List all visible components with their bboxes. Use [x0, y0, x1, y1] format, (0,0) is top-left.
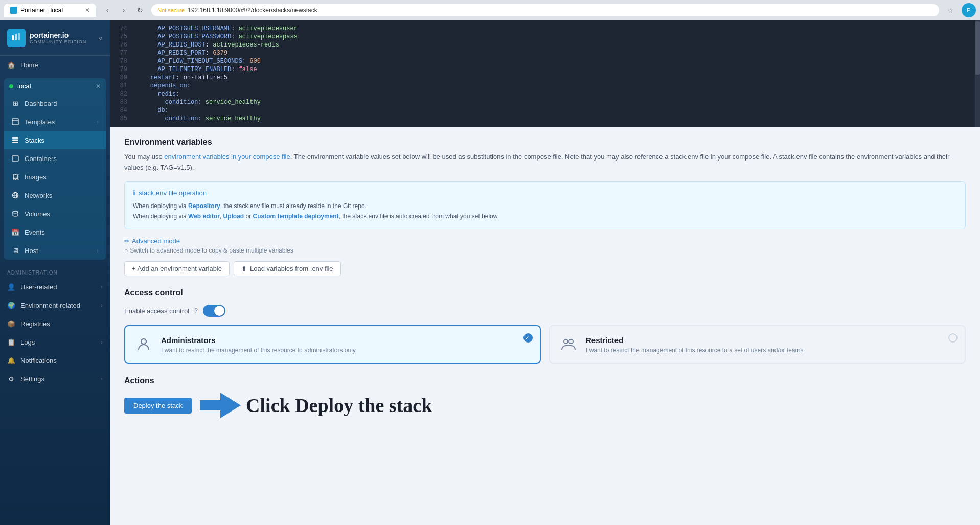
deploy-stack-button[interactable]: Deploy the stack	[124, 398, 192, 414]
svg-point-15	[141, 339, 146, 344]
code-line-81: 81 depends_on:	[110, 82, 980, 90]
not-secure-indicator: Not secure	[157, 7, 185, 13]
logo-edition: COMMUNITY EDITION	[30, 39, 86, 44]
sidebar-item-stacks[interactable]: Stacks	[4, 131, 106, 149]
sidebar-item-dashboard[interactable]: ⊞ Dashboard	[4, 94, 106, 112]
logo-name: portainer.io	[30, 31, 86, 39]
administration-label: Administration	[0, 264, 110, 278]
sidebar-item-notifications[interactable]: 🔔 Notifications	[0, 351, 110, 370]
toggle-knob	[214, 306, 224, 316]
restricted-card-info: Restricted I want to restrict the manage…	[586, 336, 956, 354]
info-box-title: ℹ stack.env file operation	[133, 189, 957, 197]
env-close-button[interactable]: ✕	[96, 83, 101, 90]
settings-icon: ⚙	[7, 375, 15, 383]
deploy-area: Deploy the stack Click Deploy the stack	[124, 393, 966, 418]
main-content: 74 AP_POSTGRES_USERNAME: activepiecesuse…	[110, 20, 980, 525]
administrators-card[interactable]: Administrators I want to restrict the ma…	[124, 325, 541, 364]
sidebar-item-images[interactable]: 🖼 Images	[4, 168, 106, 186]
stacks-icon	[11, 136, 19, 144]
sidebar-item-host[interactable]: 🖥 Host ›	[4, 241, 106, 260]
environment-related-chevron-icon: ›	[101, 302, 103, 308]
sidebar-item-containers[interactable]: Containers	[4, 149, 106, 168]
advanced-mode-link[interactable]: ✏ Advanced mode	[124, 237, 966, 245]
environment-related-icon: 🌍	[7, 301, 15, 309]
code-line-80: 80 restart: on-failure:5	[110, 74, 980, 82]
admin-card-desc: I want to restrict the management of thi…	[161, 347, 532, 354]
code-scrollbar[interactable]	[975, 20, 980, 127]
admin-card-info: Administrators I want to restrict the ma…	[161, 336, 532, 354]
annotation-text: Click Deploy the stack	[246, 394, 432, 417]
code-line-75: 75 AP_POSTGRES_PASSWORD: activepiecespas…	[110, 33, 980, 41]
sidebar-environment: local ✕ ⊞ Dashboard Templates › Stacks	[4, 78, 106, 260]
sidebar-item-settings[interactable]: ⚙ Settings ›	[0, 370, 110, 388]
back-button[interactable]: ‹	[100, 3, 115, 17]
svg-rect-8	[12, 156, 18, 161]
logo-text: portainer.io COMMUNITY EDITION	[30, 31, 86, 44]
sidebar-item-home[interactable]: 🏠 Home	[0, 56, 110, 74]
sidebar-item-networks[interactable]: Networks	[4, 186, 106, 204]
profile-button[interactable]: P	[962, 3, 976, 17]
arrow-icon	[200, 393, 241, 418]
sidebar-containers-label: Containers	[25, 155, 57, 163]
settings-chevron-icon: ›	[101, 376, 103, 382]
enable-access-row: Enable access control ?	[124, 305, 966, 317]
browser-chrome: Portainer | local ✕ ‹ › ↻ Not secure 192…	[0, 0, 980, 20]
code-editor[interactable]: 74 AP_POSTGRES_USERNAME: activepiecesuse…	[110, 20, 980, 127]
user-related-icon: 👤	[7, 283, 15, 291]
sidebar-templates-label: Templates	[25, 118, 55, 126]
code-line-82: 82 redis:	[110, 90, 980, 98]
address-bar[interactable]: Not secure 192.168.1.18:9000/#!/2/docker…	[151, 4, 939, 16]
restricted-card-icon	[558, 334, 579, 355]
access-control-title: Access control	[124, 288, 966, 298]
svg-point-12	[13, 211, 18, 213]
url-text: 192.168.1.18:9000/#!/2/docker/stacks/new…	[188, 7, 317, 14]
env-header: local ✕	[4, 78, 106, 94]
bookmark-button[interactable]: ☆	[943, 3, 958, 17]
help-icon: ?	[194, 307, 198, 314]
sidebar: portainer.io COMMUNITY EDITION « 🏠 Home …	[0, 20, 110, 525]
code-line-74: 74 AP_POSTGRES_USERNAME: activepiecesuse…	[110, 25, 980, 33]
logo-icon	[7, 29, 26, 47]
sidebar-item-user-related[interactable]: 👤 User-related ›	[0, 278, 110, 296]
forward-button[interactable]: ›	[117, 3, 131, 17]
svg-point-16	[564, 339, 568, 344]
sidebar-item-logs[interactable]: 📋 Logs ›	[0, 333, 110, 351]
templates-chevron-icon: ›	[97, 119, 99, 125]
sidebar-collapse-button[interactable]: «	[99, 34, 103, 42]
sidebar-networks-label: Networks	[25, 192, 52, 199]
add-env-variable-button[interactable]: + Add an environment variable	[124, 261, 230, 276]
code-section: 74 AP_POSTGRES_USERNAME: activepiecesuse…	[110, 20, 980, 127]
close-tab-button[interactable]: ✕	[85, 7, 90, 14]
sidebar-item-registries[interactable]: 📦 Registries	[0, 314, 110, 333]
browser-controls: ‹ › ↻	[100, 3, 147, 17]
sidebar-environment-related-label: Environment-related	[20, 302, 80, 309]
load-variables-button[interactable]: ⬆ Load variables from .env file	[234, 261, 341, 276]
code-line-79: 79 AP_TELEMETRY_ENABLED: false	[110, 65, 980, 74]
enable-access-toggle[interactable]	[203, 305, 225, 317]
host-icon: 🖥	[11, 246, 19, 255]
sidebar-item-environment-related[interactable]: 🌍 Environment-related ›	[0, 296, 110, 314]
sidebar-registries-label: Registries	[20, 320, 50, 328]
logs-chevron-icon: ›	[101, 339, 103, 345]
env-desc-link[interactable]: environment variables in your compose fi…	[164, 153, 290, 161]
actions-section: Actions Deploy the stack Click Deploy th…	[124, 376, 966, 418]
sidebar-item-volumes[interactable]: Volumes	[4, 204, 106, 223]
sidebar-logs-label: Logs	[20, 338, 35, 346]
code-line-85: 85 condition: service_healthy	[110, 115, 980, 123]
sidebar-item-templates[interactable]: Templates ›	[4, 112, 106, 131]
svg-rect-2	[18, 33, 20, 40]
volumes-icon	[11, 210, 19, 218]
dashboard-icon: ⊞	[11, 99, 19, 107]
sidebar-host-label: Host	[25, 247, 38, 255]
app-body: portainer.io COMMUNITY EDITION « 🏠 Home …	[0, 20, 980, 525]
edit-icon: ✏	[124, 237, 130, 245]
restricted-card[interactable]: Restricted I want to restrict the manage…	[549, 325, 966, 364]
advanced-mode: ✏ Advanced mode ○ Switch to advanced mod…	[124, 237, 966, 254]
env-btn-group: + Add an environment variable ⬆ Load var…	[124, 261, 966, 276]
refresh-button[interactable]: ↻	[133, 3, 147, 17]
content-area: Environment variables You may use enviro…	[110, 127, 980, 428]
sidebar-item-events[interactable]: 📅 Events	[4, 223, 106, 241]
admin-card-title: Administrators	[161, 336, 532, 345]
sidebar-notifications-label: Notifications	[20, 357, 57, 364]
browser-tab[interactable]: Portainer | local ✕	[4, 4, 96, 17]
